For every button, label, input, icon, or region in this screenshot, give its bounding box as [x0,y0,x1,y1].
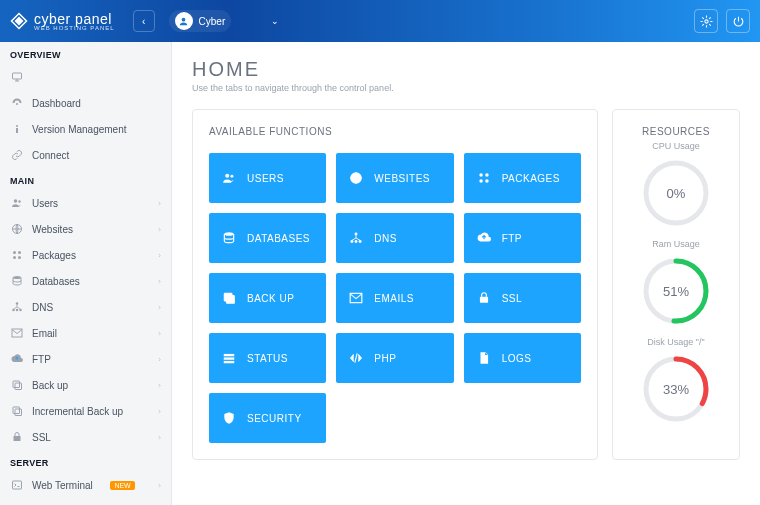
tile-ssl[interactable]: SSL [464,273,581,323]
tile-ftp[interactable]: FTP [464,213,581,263]
sidebar-item-blank[interactable] [0,64,171,90]
sidebar-item-version-management[interactable]: Version Management [0,116,171,142]
sidebar-item-websites[interactable]: Websites› [0,216,171,242]
svg-point-36 [359,240,362,243]
tile-emails[interactable]: EMAILS [336,273,453,323]
svg-point-5 [16,125,18,127]
gauge-ram: 51% [640,255,712,327]
sidebar: OVERVIEWDashboardVersion ManagementConne… [0,42,172,505]
database-icon [10,274,24,288]
tile-logs[interactable]: LOGS [464,333,581,383]
sidebar-item-dns[interactable]: DNS› [0,294,171,320]
settings-button[interactable] [694,9,718,33]
svg-point-1 [704,19,707,22]
svg-point-0 [182,17,186,21]
chevron-down-icon[interactable]: ⌄ [271,16,279,26]
tile-websites[interactable]: WEBSITES [336,153,453,203]
sidebar-section-label: OVERVIEW [0,42,171,64]
svg-point-17 [19,309,22,312]
svg-rect-4 [16,128,18,133]
svg-point-25 [225,174,229,178]
svg-point-9 [13,251,16,254]
logo[interactable]: cyber panel WEB HOSTING PANEL [10,11,115,31]
svg-rect-2 [13,73,22,79]
sidebar-item-email[interactable]: Email› [0,320,171,346]
info-icon [10,122,24,136]
users-icon [221,170,237,186]
tile-users[interactable]: USERS [209,153,326,203]
tile-label: PHP [374,353,396,364]
svg-point-30 [479,179,483,183]
user-name: Cyber [199,16,226,27]
page-title: HOME [192,58,740,81]
tile-label: WEBSITES [374,173,430,184]
sidebar-item-label: Packages [32,250,76,261]
ssl-icon [476,290,492,306]
link-icon [10,148,24,162]
sidebar-item-databases[interactable]: Databases› [0,268,171,294]
resources-card: RESOURCES CPU Usage0%Ram Usage51%Disk Us… [612,109,740,460]
functions-title: AVAILABLE FUNCTIONS [209,126,581,137]
topbar: cyber panel WEB HOSTING PANEL ‹ Cyber ⌄ [0,0,760,42]
tile-databases[interactable]: DATABASES [209,213,326,263]
gauge-value: 0% [640,157,712,229]
chevron-right-icon: › [158,277,161,286]
svg-rect-22 [15,409,22,416]
power-button[interactable] [726,9,750,33]
svg-point-34 [351,240,354,243]
sidebar-item-label: Connect [32,150,69,161]
sidebar-item-connect[interactable]: Connect [0,142,171,168]
sidebar-item-label: Back up [32,380,68,391]
desktop-icon [10,70,24,84]
svg-point-32 [224,232,233,236]
sidebar-item-label: Web Terminal [32,480,93,491]
status-icon [221,350,237,366]
chevron-right-icon: › [158,199,161,208]
email-icon [10,326,24,340]
svg-rect-24 [13,481,22,489]
sidebar-item-label: FTP [32,354,51,365]
svg-point-6 [14,199,18,203]
sidebar-item-ftp[interactable]: FTP› [0,346,171,372]
functions-card: AVAILABLE FUNCTIONS USERSWEBSITESPACKAGE… [192,109,598,460]
chevron-right-icon: › [158,407,161,416]
tile-label: STATUS [247,353,288,364]
sidebar-collapse-button[interactable]: ‹ [133,10,155,32]
svg-point-35 [355,240,358,243]
tile-security[interactable]: SECURITY [209,393,326,443]
tile-status[interactable]: STATUS [209,333,326,383]
sidebar-item-packages[interactable]: Packages› [0,242,171,268]
svg-point-14 [16,302,19,305]
sidebar-item-label: Version Management [32,124,127,135]
svg-point-31 [485,179,489,183]
tile-back-up[interactable]: BACK UP [209,273,326,323]
chevron-right-icon: › [158,433,161,442]
sidebar-item-dashboard[interactable]: Dashboard [0,90,171,116]
sidebar-item-incremental-back-up[interactable]: Incremental Back up› [0,398,171,424]
sidebar-item-label: DNS [32,302,53,313]
user-chip[interactable]: Cyber [169,10,232,32]
security-icon [221,410,237,426]
tile-dns[interactable]: DNS [336,213,453,263]
dashboard-icon [10,96,24,110]
chevron-right-icon: › [158,355,161,364]
sidebar-item-label: Databases [32,276,80,287]
chevron-right-icon: › [158,481,161,490]
sidebar-item-label: Users [32,198,58,209]
sidebar-item-ssl[interactable]: SSL› [0,424,171,450]
sidebar-item-cloudlinux[interactable]: CloudLinuxNEW› [0,498,171,505]
svg-point-7 [18,200,21,203]
sidebar-item-web-terminal[interactable]: Web TerminalNEW› [0,472,171,498]
chevron-right-icon: › [158,251,161,260]
tile-packages[interactable]: PACKAGES [464,153,581,203]
sidebar-item-back-up[interactable]: Back up› [0,372,171,398]
svg-rect-21 [13,407,20,414]
globe-icon [348,170,364,186]
sidebar-section-label: SERVER [0,450,171,472]
tile-php[interactable]: PHP [336,333,453,383]
tile-label: USERS [247,173,284,184]
tile-label: EMAILS [374,293,414,304]
sidebar-item-users[interactable]: Users› [0,190,171,216]
svg-point-12 [18,256,21,259]
chevron-right-icon: › [158,303,161,312]
